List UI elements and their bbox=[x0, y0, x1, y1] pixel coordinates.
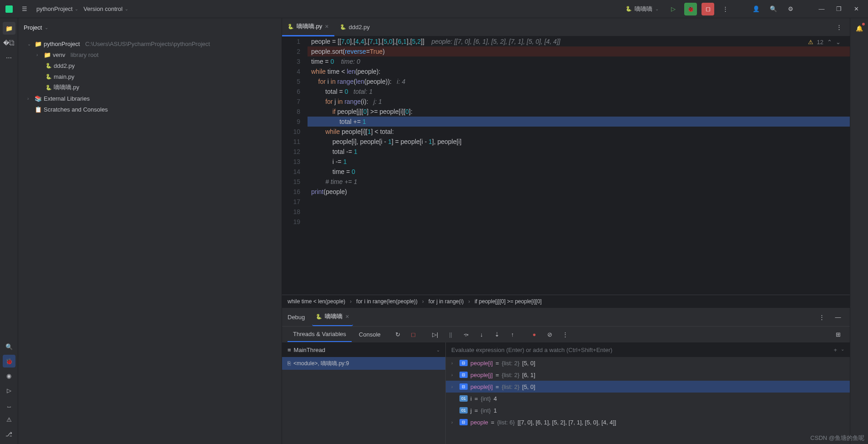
file-row[interactable]: 🐍 main.py bbox=[18, 71, 282, 82]
expand-icon[interactable]: › bbox=[451, 361, 457, 366]
next-problem-icon[interactable]: ⌄ bbox=[836, 37, 841, 47]
minimize-icon[interactable]: — bbox=[815, 3, 828, 15]
line-number: 14 bbox=[282, 167, 300, 177]
terminal-tool-icon[interactable]: ⎵ bbox=[3, 398, 15, 411]
variable-row[interactable]: › ⊟ people[i] = {list: 2} [5, 0] bbox=[446, 381, 850, 393]
more-actions-icon[interactable]: ⋮ bbox=[719, 3, 732, 15]
run-config-selector[interactable]: 🐍 嘀嘀嘀 ⌄ bbox=[622, 3, 662, 15]
main-menu-icon[interactable]: ☰ bbox=[18, 3, 31, 15]
stop-debug-icon[interactable]: ◻ bbox=[407, 328, 420, 341]
project-tool-icon[interactable]: 📁 bbox=[3, 22, 15, 35]
debug-session-name: 嘀嘀嘀 bbox=[325, 312, 343, 321]
debug-panel-title: Debug bbox=[288, 314, 305, 321]
pause-icon[interactable]: || bbox=[444, 328, 457, 341]
eval-input[interactable]: Evaluate expression (Enter) or add a wat… bbox=[451, 347, 612, 353]
search-icon[interactable]: 🔍 bbox=[767, 3, 780, 15]
breadcrumb-item[interactable]: for i in range(len(people)) bbox=[356, 298, 418, 305]
breadcrumb-item[interactable]: if people[j][0] >= people[i][0] bbox=[474, 298, 541, 305]
console-tab[interactable]: Console bbox=[353, 327, 386, 342]
stop-button[interactable]: ◻ bbox=[701, 3, 714, 15]
file-row[interactable]: 🐍 嘀嘀嘀.py bbox=[18, 82, 282, 93]
step-into-icon[interactable]: ↓ bbox=[475, 328, 488, 341]
thread-name: MainThread bbox=[294, 347, 325, 353]
step-over-icon[interactable]: ⤼ bbox=[460, 328, 473, 341]
close-tab-icon[interactable]: × bbox=[325, 23, 328, 30]
minimize-panel-icon[interactable]: — bbox=[832, 311, 844, 323]
code-content[interactable]: people = [[7,0],[4,4],[7,1],[5,0],[6,1],… bbox=[308, 36, 850, 295]
python-icon: 🐍 bbox=[45, 63, 52, 69]
rerun-icon[interactable]: ↻ bbox=[392, 328, 404, 341]
expand-icon[interactable]: › bbox=[451, 420, 457, 425]
debug-session-tab[interactable]: 🐍 嘀嘀嘀 × bbox=[312, 308, 353, 326]
variable-row[interactable]: › ⊟ people = {list: 6} [[7, 0], [6, 1], … bbox=[446, 416, 850, 428]
right-tool-rail: 🔔 bbox=[850, 18, 868, 444]
run-tool-icon[interactable]: ▷ bbox=[3, 384, 15, 397]
tab-inactive[interactable]: 🐍 ddd2.py bbox=[334, 18, 375, 36]
debug-tool-icon[interactable]: 🐞 bbox=[3, 355, 15, 367]
project-name-label: pythonProject bbox=[36, 5, 73, 12]
close-icon[interactable]: ✕ bbox=[850, 3, 863, 15]
problems-tool-icon[interactable]: ⚠ bbox=[3, 413, 15, 426]
python-icon: 🐍 bbox=[288, 24, 294, 30]
project-root-row[interactable]: ⌄ 📁 pythonProject C:\Users\ASUS\PycharmP… bbox=[18, 38, 282, 49]
venv-row[interactable]: › 📁 venv library root bbox=[18, 49, 282, 60]
vcs-dropdown[interactable]: Version control ⌄ bbox=[84, 5, 128, 12]
variable-row[interactable]: › ⊟ people[i] = {list: 2} [5, 0] bbox=[446, 357, 850, 369]
scratches-row[interactable]: 📋 Scratches and Consoles bbox=[18, 104, 282, 115]
thread-selector[interactable]: ≡ MainThread ⌄ bbox=[282, 342, 445, 357]
breadcrumb-item[interactable]: while time < len(people) bbox=[288, 298, 345, 305]
expand-icon[interactable]: › bbox=[451, 373, 457, 378]
list-icon: ⊟ bbox=[459, 360, 468, 366]
file-row[interactable]: 🐍 ddd2.py bbox=[18, 60, 282, 71]
line-number: 15 bbox=[282, 177, 300, 187]
var-type: {list: 6} bbox=[497, 419, 515, 426]
variable-row[interactable]: 01 j = {int} 1 bbox=[446, 404, 850, 416]
line-number: 17 bbox=[282, 197, 300, 207]
step-into-my-icon[interactable]: ⇣ bbox=[491, 328, 504, 341]
step-out-icon[interactable]: ↑ bbox=[506, 328, 519, 341]
debug-options-icon[interactable]: ⋮ bbox=[815, 311, 828, 323]
tab-label: ddd2.py bbox=[349, 24, 370, 31]
search-tool-icon[interactable]: 🔍 bbox=[3, 340, 15, 353]
python-icon: 🐍 bbox=[340, 24, 346, 30]
run-button[interactable]: ▷ bbox=[667, 3, 680, 15]
view-breakpoints-icon[interactable]: ● bbox=[528, 328, 541, 341]
more-tools-icon[interactable]: ⋯ bbox=[3, 51, 15, 64]
titlebar: ☰ pythonProject ⌄ Version control ⌄ 🐍 嘀嘀… bbox=[0, 0, 868, 18]
more-debug-icon[interactable]: ⋮ bbox=[559, 328, 572, 341]
services-tool-icon[interactable]: ◉ bbox=[3, 369, 15, 382]
debug-button[interactable]: 🐞 bbox=[684, 3, 697, 15]
add-watch-icon[interactable]: + bbox=[833, 347, 837, 353]
var-value: [5, 0] bbox=[522, 383, 535, 390]
code-with-me-icon[interactable]: 👤 bbox=[750, 3, 762, 15]
tabs-more-icon[interactable]: ⋮ bbox=[833, 21, 845, 34]
expand-icon[interactable]: › bbox=[451, 384, 457, 389]
stack-frame[interactable]: ⎘ <module>, 嘀嘀嘀.py:9 bbox=[282, 357, 445, 370]
close-icon[interactable]: × bbox=[345, 313, 349, 320]
resume-icon[interactable]: ▷| bbox=[429, 328, 442, 341]
pycharm-logo bbox=[5, 5, 13, 13]
settings-icon[interactable]: ⚙ bbox=[784, 3, 797, 15]
variable-row[interactable]: 01 i = {int} 4 bbox=[446, 393, 850, 404]
editor-gutter: 1 2 3 4 5 6 7 8 9 10 11 12 13 14 15 16 1… bbox=[282, 36, 308, 295]
line-number: 4 bbox=[282, 66, 300, 77]
variable-row[interactable]: › ⊟ people[j] = {list: 2} [6, 1] bbox=[446, 369, 850, 381]
threads-variables-tab[interactable]: Threads & Variables bbox=[288, 327, 352, 342]
vcs-tool-icon[interactable]: ⎇ bbox=[3, 428, 15, 440]
mute-breakpoints-icon[interactable]: ⊘ bbox=[544, 328, 556, 341]
structure-tool-icon[interactable]: �⿻ bbox=[3, 36, 15, 49]
editor-problems-widget[interactable]: ⚠ 12 ⌃ ⌄ bbox=[808, 37, 841, 47]
breadcrumb-item[interactable]: for j in range(i) bbox=[429, 298, 464, 305]
tab-active[interactable]: 🐍 嘀嘀嘀.py × bbox=[282, 18, 334, 36]
notifications-icon[interactable]: 🔔 bbox=[853, 22, 866, 35]
chevron-down-icon[interactable]: ⌄ bbox=[841, 347, 844, 353]
scratches-label: Scratches and Consoles bbox=[44, 106, 108, 113]
maximize-icon[interactable]: ❐ bbox=[833, 3, 845, 15]
var-name: people[j] bbox=[470, 372, 493, 378]
prev-problem-icon[interactable]: ⌃ bbox=[827, 37, 832, 47]
external-libs-row[interactable]: › 📚 External Libraries bbox=[18, 93, 282, 104]
code-editor[interactable]: 1 2 3 4 5 6 7 8 9 10 11 12 13 14 15 16 1… bbox=[282, 36, 850, 295]
project-dropdown[interactable]: pythonProject ⌄ bbox=[36, 5, 78, 12]
layout-settings-icon[interactable]: ⊞ bbox=[832, 328, 844, 341]
debug-panel: Debug 🐍 嘀嘀嘀 × ⋮ — Threads & Variables Co… bbox=[282, 307, 850, 444]
